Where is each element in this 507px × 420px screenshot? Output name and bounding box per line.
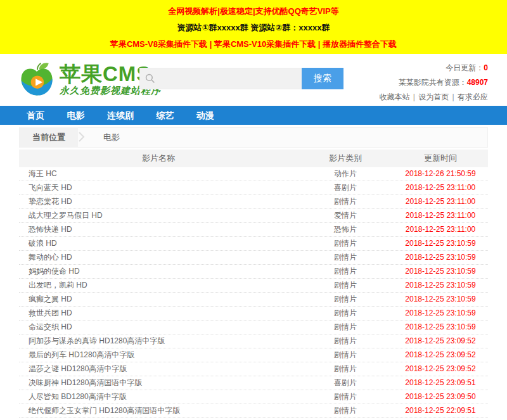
- today-update-label: 今日更新：: [446, 63, 484, 72]
- header-quick-link[interactable]: 收藏本站: [379, 92, 409, 101]
- separator: |: [412, 92, 418, 101]
- movie-category-link[interactable]: 剧情片: [298, 362, 393, 376]
- movie-table: 影片名称 影片类别 更新时间 海王 HC 动作片 2018-12-26 21:5…: [19, 150, 488, 418]
- table-row: 挚恋棠花 HD 剧情片 2018-12-25 23:11:00: [19, 195, 488, 209]
- movie-name-link[interactable]: 出发吧，凯莉 HD: [19, 279, 298, 292]
- column-header-name: 影片名称: [19, 150, 298, 167]
- today-update-value: 0: [484, 63, 488, 72]
- table-row: 舞动的心 HD 剧情片 2018-12-25 23:10:59: [19, 251, 488, 265]
- movie-category-link[interactable]: 剧情片: [298, 265, 393, 278]
- table-row: 人尽皆知 BD1280高清中字版 剧情片 2018-12-25 23:09:50: [19, 390, 488, 404]
- movie-name-link[interactable]: 救世兵团 HD: [19, 307, 298, 320]
- column-header-category: 影片类别: [298, 150, 393, 167]
- table-row: 疯癫之翼 HD 剧情片 2018-12-25 23:10:59: [19, 293, 488, 307]
- banner-download-link[interactable]: 播放器插件整合下载: [323, 39, 397, 49]
- search-button[interactable]: 搜索: [302, 68, 343, 89]
- movie-update-time: 2018-12-25 23:09:52: [393, 362, 488, 376]
- movie-update-time: 2018-12-25 23:09:50: [393, 390, 488, 404]
- movie-category-link[interactable]: 剧情片: [298, 237, 393, 250]
- movie-update-time: 2018-12-25 23:10:59: [393, 293, 488, 306]
- movie-name-link[interactable]: 温莎之谜 HD1280高清中字版: [19, 362, 298, 376]
- total-resources-line: 某某影院共有资源：48907: [379, 75, 488, 90]
- table-row: 妈妈的使命 HD 剧情片 2018-12-25 23:10:59: [19, 265, 488, 279]
- total-resources-label: 某某影院共有资源：: [399, 78, 467, 87]
- content: 当前位置 电影 影片名称 影片类别 更新时间 海王 HC 动作片 2018-12…: [19, 127, 488, 418]
- header-quick-link[interactable]: 设为首页: [418, 92, 449, 101]
- today-update-line: 今日更新：0: [379, 61, 488, 75]
- movie-name-link[interactable]: 阿加莎与谋杀的真谛 HD1280高清中字版: [19, 334, 298, 348]
- movie-update-time: 2018-12-25 23:11:00: [393, 223, 488, 236]
- movie-update-time: 2018-12-25 23:10:59: [393, 307, 488, 320]
- movie-category-link[interactable]: 喜剧片: [298, 376, 393, 390]
- movie-category-link[interactable]: 恐怖片: [298, 223, 393, 236]
- breadcrumb-arrow-icon: [78, 127, 86, 149]
- separator: |: [210, 39, 214, 49]
- movie-update-time: 2018-12-25 23:09:52: [393, 348, 488, 362]
- promo-banner: 全网视频解析|极速稳定|支持优酷QQ奇艺VIP等 资源站①群xxxxx群 资源站…: [0, 0, 507, 54]
- table-row: 战大理之罗马假日 HD 爱情片 2018-12-25 23:11:00: [19, 209, 488, 223]
- movie-name-link[interactable]: 飞向蓝天 HD: [19, 181, 298, 194]
- site-stats: 今日更新：0 某某影院共有资源：48907 收藏本站 | 设为首页 | 有求必应: [379, 61, 488, 105]
- apple-logo-icon: [18, 61, 56, 99]
- table-row: 最后的列车 HD1280高清中字版 剧情片 2018-12-25 23:09:5…: [19, 348, 488, 362]
- movie-name-link[interactable]: 绝代偃师之玉女掌门 HD1280高清国语中字版: [19, 404, 298, 417]
- movie-update-time: 2018-12-25 22:09:51: [393, 404, 488, 417]
- movie-category-link[interactable]: 爱情片: [298, 209, 393, 222]
- breadcrumb: 当前位置 电影: [19, 127, 488, 148]
- movie-category-link[interactable]: 剧情片: [298, 307, 393, 320]
- table-row: 出发吧，凯莉 HD 剧情片 2018-12-25 23:10:59: [19, 279, 488, 293]
- movie-name-link[interactable]: 人尽皆知 BD1280高清中字版: [19, 390, 298, 404]
- movie-name-link[interactable]: 决味厨神 HD1280高清国语中字版: [19, 376, 298, 390]
- movie-category-link[interactable]: 剧情片: [298, 390, 393, 404]
- site-header: 苹果CMS 永久免费影视建站程序 搜索 今日更新：0 某某影院共有资源：4890…: [0, 54, 507, 106]
- movie-name-link[interactable]: 最后的列车 HD1280高清中字版: [19, 348, 298, 362]
- movie-update-time: 2018-12-26 21:50:59: [393, 167, 488, 181]
- movie-name-link[interactable]: 疯癫之翼 HD: [19, 293, 298, 306]
- movie-category-link[interactable]: 剧情片: [298, 279, 393, 292]
- movie-name-link[interactable]: 命运交织 HD: [19, 321, 298, 334]
- nav-item[interactable]: 首页: [25, 106, 46, 125]
- movie-category-link[interactable]: 剧情片: [298, 348, 393, 362]
- table-body: 海王 HC 动作片 2018-12-26 21:50:59 飞向蓝天 HD 喜剧…: [19, 167, 488, 418]
- movie-category-link[interactable]: 剧情片: [298, 321, 393, 334]
- movie-name-link[interactable]: 挚恋棠花 HD: [19, 195, 298, 208]
- movie-category-link[interactable]: 剧情片: [298, 293, 393, 306]
- movie-update-time: 2018-12-25 23:11:00: [393, 195, 488, 208]
- movie-name-link[interactable]: 破浪 HD: [19, 237, 298, 250]
- movie-name-link[interactable]: 海王 HC: [19, 167, 298, 181]
- movie-category-link[interactable]: 剧情片: [298, 334, 393, 348]
- movie-update-time: 2018-12-25 23:10:59: [393, 251, 488, 264]
- nav-item[interactable]: 电影: [65, 106, 86, 125]
- movie-category-link[interactable]: 喜剧片: [298, 181, 393, 194]
- banner-line-1: 全网视频解析|极速稳定|支持优酷QQ奇艺VIP等: [0, 4, 507, 18]
- search-input[interactable]: [139, 68, 302, 89]
- movie-update-time: 2018-12-25 23:10:59: [393, 265, 488, 278]
- movie-name-link[interactable]: 恐怖快递 HD: [19, 223, 298, 236]
- movie-category-link[interactable]: 剧情片: [298, 251, 393, 264]
- banner-download-link[interactable]: 苹果CMS-V10采集插件下载: [214, 39, 316, 49]
- movie-category-link[interactable]: 剧情片: [298, 404, 393, 417]
- movie-update-time: 2018-12-25 23:09:51: [393, 376, 488, 390]
- breadcrumb-label: 当前位置: [20, 127, 78, 148]
- nav-item[interactable]: 动漫: [195, 106, 215, 125]
- banner-download-link[interactable]: 苹果CMS-V8采集插件下载: [110, 39, 207, 49]
- movie-name-link[interactable]: 战大理之罗马假日 HD: [19, 209, 298, 222]
- breadcrumb-current[interactable]: 电影: [103, 132, 120, 143]
- table-row: 恐怖快递 HD 恐怖片 2018-12-25 23:11:00: [19, 223, 488, 237]
- movie-name-link[interactable]: 舞动的心 HD: [19, 251, 298, 264]
- table-row: 救世兵团 HD 剧情片 2018-12-25 23:10:59: [19, 307, 488, 321]
- movie-name-link[interactable]: 妈妈的使命 HD: [19, 265, 298, 278]
- search-bar: 搜索: [139, 68, 343, 89]
- nav-item[interactable]: 连续剧: [106, 106, 135, 125]
- movie-category-link[interactable]: 剧情片: [298, 195, 393, 208]
- header-quick-link[interactable]: 有求必应: [458, 92, 488, 101]
- movie-update-time: 2018-12-25 23:10:59: [393, 279, 488, 292]
- total-resources-value: 48907: [467, 78, 488, 87]
- movie-category-link[interactable]: 动作片: [298, 167, 393, 181]
- separator: |: [451, 92, 458, 101]
- nav-item[interactable]: 综艺: [155, 106, 175, 125]
- column-header-time: 更新时间: [393, 150, 488, 167]
- movie-update-time: 2018-12-25 23:09:52: [393, 334, 488, 348]
- movie-update-time: 2018-12-25 23:11:00: [393, 181, 488, 194]
- table-row: 绝代偃师之玉女掌门 HD1280高清国语中字版 剧情片 2018-12-25 2…: [19, 404, 488, 418]
